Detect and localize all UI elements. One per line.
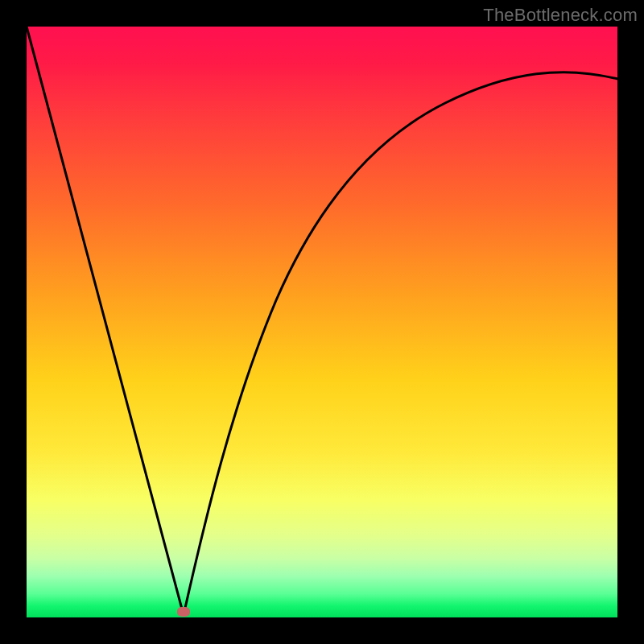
watermark-text: TheBottleneck.com [483,5,638,26]
min-marker [177,607,190,617]
curve-right-branch [184,72,621,615]
bottleneck-curve [27,27,617,617]
chart-frame: TheBottleneck.com [0,0,644,644]
plot-area [27,27,617,617]
curve-left-branch [27,27,184,615]
